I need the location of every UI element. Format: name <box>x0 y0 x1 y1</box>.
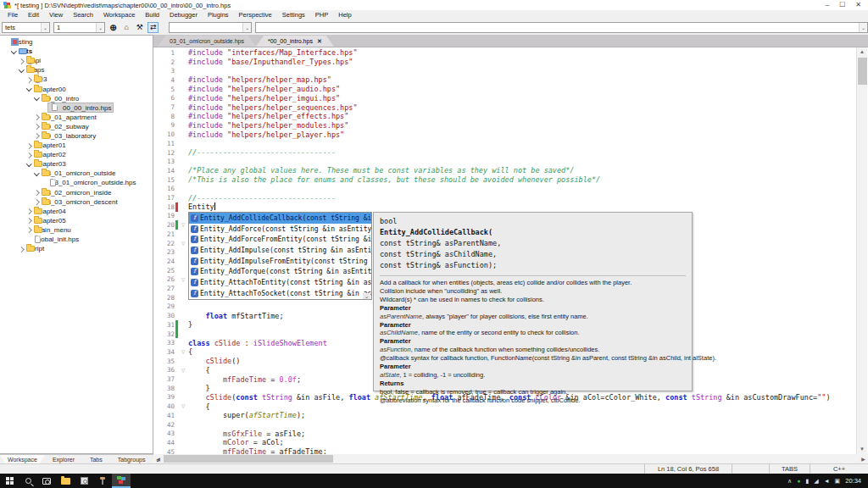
autocomplete-item[interactable]: fEntity_AddForce(const tString &in asEnt… <box>189 224 371 235</box>
tree-item-chapter00[interactable]: chapter00 <box>0 84 153 93</box>
taskbar-package-icon[interactable] <box>75 474 93 488</box>
search-combobox[interactable]: ⌄ <box>255 22 868 33</box>
fold-icon[interactable]: ▽ <box>178 275 188 285</box>
fold-icon[interactable]: ▽ <box>178 239 188 248</box>
expander-collapsed-icon[interactable] <box>18 245 25 252</box>
tree-item-tets[interactable]: tets <box>0 47 153 56</box>
expander-expanded-icon[interactable] <box>25 160 33 168</box>
taskbar-search-icon[interactable] <box>19 474 37 488</box>
tree-item-_e3[interactable]: _e3 <box>0 75 153 84</box>
expander-expanded-icon[interactable] <box>25 86 33 93</box>
app-status-icon[interactable]: ● <box>797 474 800 488</box>
network-icon[interactable]: ◢ <box>814 474 818 488</box>
expander-collapsed-icon[interactable] <box>33 123 41 130</box>
close-button[interactable]: ✕ <box>855 0 861 10</box>
expander-collapsed-icon[interactable] <box>25 208 33 215</box>
tree-item-chapter04[interactable]: chapter04 <box>0 207 153 216</box>
vertical-scrollbar[interactable]: ▲ ▼ <box>856 47 867 454</box>
tree-item-chapter03[interactable]: chapter03 <box>0 159 153 169</box>
panel-tab-explorer[interactable]: Explorer <box>45 455 82 463</box>
tree-item-_api[interactable]: _api <box>0 56 153 65</box>
editor-tab-00_00_introhps[interactable]: *00_00_intro.hps✕ <box>256 36 334 47</box>
taskbar-task-view-icon[interactable] <box>37 474 56 488</box>
expander-collapsed-icon[interactable] <box>18 57 25 64</box>
list-scroll-down-icon[interactable]: ⌄ <box>363 293 370 299</box>
taskbar-codeblocks-icon[interactable] <box>112 474 131 488</box>
menu-item-edit[interactable]: Edit <box>23 10 44 19</box>
tree-item-03_01_omicron_outside.hps[interactable]: 03_01_omicron_outside.hps <box>0 178 153 187</box>
scrollbar-thumb[interactable] <box>164 455 333 463</box>
scrollbar-thumb[interactable] <box>858 58 867 85</box>
tree-item-script[interactable]: script <box>0 244 153 253</box>
tree-item-chapter01[interactable]: chapter01 <box>0 141 153 150</box>
tree-item-00_00_intro.hps[interactable]: 00_00_intro.hps <box>0 103 153 113</box>
tree-item-03_03_omicron_descent[interactable]: 03_03_omicron_descent <box>0 197 153 207</box>
fold-icon[interactable]: ▽ <box>178 220 188 230</box>
menu-item-build[interactable]: Build <box>140 10 164 19</box>
expander-collapsed-icon[interactable] <box>33 189 41 197</box>
notification-icon[interactable]: ▣ <box>835 474 841 488</box>
maximize-button[interactable]: ☐ <box>839 0 845 10</box>
volume-icon[interactable]: ◄ <box>824 474 830 488</box>
fold-icon[interactable]: ▽ <box>178 402 188 411</box>
horizontal-scrollbar[interactable]: ◀ ▶ <box>153 454 868 463</box>
chevron-down-icon[interactable]: ⌄ <box>242 23 251 32</box>
autocomplete-item[interactable]: fEntity_AddTorque(const tString &in asEn… <box>189 266 371 277</box>
wrench-icon[interactable]: ⚒ <box>135 22 146 33</box>
autocomplete-item[interactable]: fEntity_AttachToEntity(const tString &in… <box>189 277 371 288</box>
counter-combobox[interactable]: 1⌄ <box>53 22 105 33</box>
menu-item-settings[interactable]: Settings <box>277 10 310 19</box>
tree-item-00_02_subway[interactable]: 00_02_subway <box>0 122 153 131</box>
expander-expanded-icon[interactable] <box>10 47 18 55</box>
menu-item-file[interactable]: File <box>3 10 23 19</box>
editor-tab-03_01_omicron_outsidehps[interactable]: 03_01_omicron_outside.hps <box>158 36 256 47</box>
expander-collapsed-icon[interactable] <box>25 151 33 158</box>
tab-close-icon[interactable]: ✕ <box>317 38 322 45</box>
menu-item-php[interactable]: PHP <box>310 10 333 19</box>
autocomplete-item[interactable]: fEntity_AddImpulseFromEntity(const tStri… <box>189 256 371 267</box>
battery-icon[interactable]: ▮ <box>805 474 809 488</box>
menu-item-debugger[interactable]: Debugger <box>164 10 203 19</box>
expander-collapsed-icon[interactable] <box>33 114 41 121</box>
menu-item-perspective[interactable]: Perspective <box>234 10 277 19</box>
panel-tab-workspace[interactable]: Workspace <box>0 455 45 463</box>
tree-item-global_init.hps[interactable]: global_init.hps <box>0 235 153 244</box>
scroll-down-icon[interactable]: ▼ <box>857 445 867 454</box>
plus-circle-icon[interactable]: ⊕ <box>108 22 119 33</box>
tree-item-maps[interactable]: maps <box>0 65 153 75</box>
build-target-combobox[interactable]: tets⌄ <box>2 22 50 33</box>
menu-item-plugins[interactable]: Plugins <box>203 10 234 19</box>
panel-tab-tabgroups[interactable]: Tabgroups <box>110 455 153 463</box>
tree-item-00_01_apartment[interactable]: 00_01_apartment <box>0 113 153 122</box>
panel-tab-tabs[interactable]: Tabs <box>82 455 110 463</box>
taskbar-tool-icon[interactable] <box>93 474 112 488</box>
tree-item-testing[interactable]: testing <box>0 37 153 47</box>
taskbar-file-explorer-icon[interactable] <box>56 474 75 488</box>
autocomplete-item[interactable]: fEntity_AddImpulse(const tString &in asE… <box>189 245 371 256</box>
tree-item-03_02_omicron_inside[interactable]: 03_02_omicron_inside <box>0 188 153 197</box>
chevron-down-icon[interactable]: ⌄ <box>41 23 49 32</box>
tree-item-main_menu[interactable]: main_menu <box>0 225 153 235</box>
expander-collapsed-icon[interactable] <box>25 141 33 149</box>
chevron-down-icon[interactable]: ⌄ <box>859 23 867 32</box>
panel-tabs-more-icon[interactable]: ⌄ <box>153 455 162 463</box>
menu-item-workspace[interactable]: Workspace <box>98 10 140 19</box>
tree-item-00_03_laboratory[interactable]: 00_03_laboratory <box>0 131 153 141</box>
minimize-button[interactable]: – <box>826 0 829 10</box>
home-icon[interactable]: ⌂ <box>121 22 132 33</box>
chevron-up-icon[interactable]: ∧ <box>787 474 792 488</box>
transfer-arrows-icon[interactable]: ⇄ <box>147 22 159 33</box>
autocomplete-item[interactable]: fEntity_AddCollideCallback(const tString… <box>189 213 371 224</box>
tree-item-00_00_intro[interactable]: 00_00_intro <box>0 94 153 103</box>
taskbar-start-icon[interactable] <box>0 474 19 488</box>
menu-item-search[interactable]: Search <box>68 10 98 19</box>
autocomplete-item[interactable]: fEntity_AttachToSocket(const tString &in… <box>189 288 371 299</box>
tree-item-chapter05[interactable]: chapter05 <box>0 216 153 225</box>
scroll-right-icon[interactable]: ▶ <box>859 456 868 462</box>
expander-collapsed-icon[interactable] <box>33 198 41 206</box>
tree-item-chapter02[interactable]: chapter02 <box>0 150 153 159</box>
symbols-combobox[interactable]: ⌄ <box>169 22 252 33</box>
expander-collapsed-icon[interactable] <box>25 226 33 234</box>
expander-expanded-icon[interactable] <box>33 95 41 103</box>
scroll-up-icon[interactable]: ▲ <box>857 47 867 57</box>
